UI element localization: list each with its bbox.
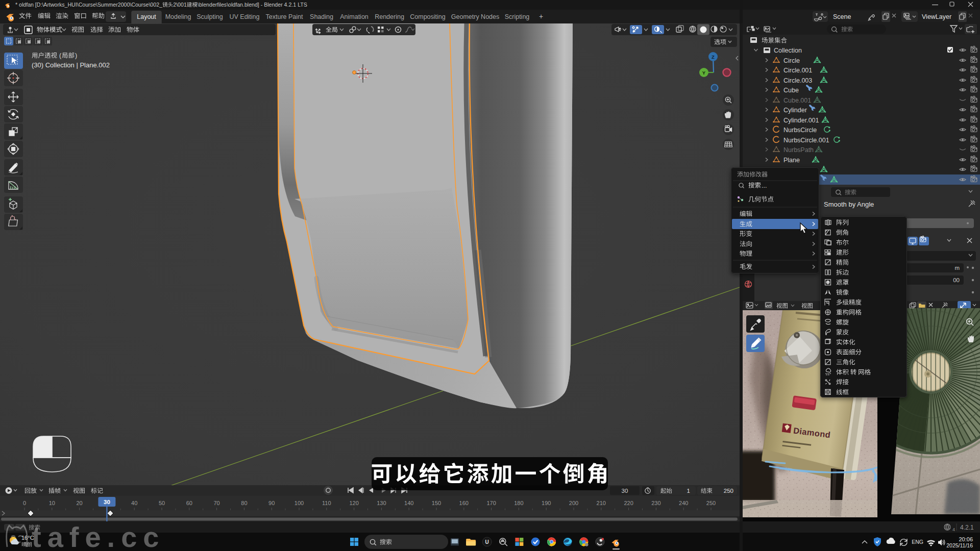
svg-text:(30) Collection | Plane.002: (30) Collection | Plane.002 bbox=[32, 61, 110, 69]
svg-text:180: 180 bbox=[514, 500, 523, 506]
svg-text:\blenderfiles\oldfan.blend] -: \blenderfiles\oldfan.blend] - Blender 4.… bbox=[198, 2, 307, 8]
svg-text:ENG: ENG bbox=[912, 539, 923, 545]
svg-text:00: 00 bbox=[953, 277, 960, 283]
svg-text:Z: Z bbox=[712, 54, 715, 60]
svg-text:30: 30 bbox=[104, 499, 110, 505]
svg-text:140: 140 bbox=[404, 500, 413, 506]
svg-text:220: 220 bbox=[624, 500, 633, 506]
svg-text:30: 30 bbox=[622, 488, 628, 494]
svg-text:Scripting: Scripting bbox=[505, 13, 530, 20]
svg-text:20: 20 bbox=[76, 500, 82, 506]
svg-text:20:06: 20:06 bbox=[959, 536, 973, 542]
svg-text:Texture Paint: Texture Paint bbox=[266, 13, 303, 20]
svg-text:Scene: Scene bbox=[833, 13, 851, 20]
svg-text:230: 230 bbox=[651, 500, 660, 506]
svg-text:Cube: Cube bbox=[783, 87, 799, 94]
svg-text:Modeling: Modeling bbox=[165, 13, 191, 20]
svg-text:Plane: Plane bbox=[783, 157, 800, 164]
svg-text:10: 10 bbox=[49, 500, 55, 506]
svg-text:Animation: Animation bbox=[340, 13, 369, 20]
svg-text:Compositing: Compositing bbox=[410, 13, 446, 20]
svg-text:m: m bbox=[954, 265, 960, 271]
svg-text:0: 0 bbox=[23, 500, 26, 506]
svg-text:240: 240 bbox=[679, 500, 688, 506]
svg-text:U: U bbox=[485, 539, 489, 545]
svg-text:Cylinder: Cylinder bbox=[783, 107, 807, 114]
svg-text:2\001: 2\001 bbox=[173, 2, 187, 8]
svg-text:NurbsCircle: NurbsCircle bbox=[783, 127, 817, 134]
svg-text:+: + bbox=[539, 12, 543, 20]
svg-text:190: 190 bbox=[542, 500, 551, 506]
svg-text:40: 40 bbox=[131, 500, 137, 506]
svg-text:Collection: Collection bbox=[774, 47, 802, 54]
svg-text:2025/11/16: 2025/11/16 bbox=[946, 542, 973, 548]
svg-text:120: 120 bbox=[349, 500, 358, 506]
svg-text:* oldfan [D:\Artworks_HUI\Cour: * oldfan [D:\Artworks_HUI\Course\Summer2… bbox=[15, 2, 163, 8]
svg-text:Shading: Shading bbox=[310, 13, 333, 20]
svg-text:150: 150 bbox=[432, 500, 441, 506]
svg-text:Circle.001: Circle.001 bbox=[783, 67, 812, 74]
svg-text:Y: Y bbox=[702, 70, 706, 76]
svg-text:130: 130 bbox=[377, 500, 386, 506]
svg-text:Smooth by Angle: Smooth by Angle bbox=[824, 201, 874, 208]
svg-text:80: 80 bbox=[241, 500, 247, 506]
svg-text:Cube.001: Cube.001 bbox=[783, 97, 811, 104]
svg-text:Cylinder.001: Cylinder.001 bbox=[783, 117, 819, 124]
svg-text:4: 4 bbox=[952, 527, 955, 532]
svg-text:1: 1 bbox=[687, 488, 690, 494]
svg-text:90: 90 bbox=[268, 500, 275, 506]
svg-text:Circle.003: Circle.003 bbox=[783, 77, 812, 84]
svg-text:200: 200 bbox=[569, 500, 578, 506]
svg-text:Circle: Circle bbox=[783, 57, 800, 64]
svg-text:Sculpting: Sculpting bbox=[197, 13, 223, 20]
svg-text:...: ... bbox=[762, 182, 767, 189]
svg-text:UV Editing: UV Editing bbox=[229, 13, 259, 20]
svg-text:): ) bbox=[75, 52, 77, 59]
svg-text:70: 70 bbox=[213, 500, 219, 506]
svg-text:110: 110 bbox=[322, 500, 331, 506]
svg-text:100: 100 bbox=[295, 500, 304, 506]
svg-text:NurbsCircle.001: NurbsCircle.001 bbox=[783, 137, 829, 144]
svg-text:NurbsPath: NurbsPath bbox=[783, 146, 814, 154]
svg-text:4.2.1: 4.2.1 bbox=[960, 524, 974, 531]
svg-text:250: 250 bbox=[706, 500, 716, 506]
svg-text:170: 170 bbox=[486, 500, 496, 506]
svg-text:60: 60 bbox=[186, 500, 192, 506]
svg-text:Layout: Layout bbox=[137, 13, 156, 20]
svg-text:160: 160 bbox=[459, 500, 469, 506]
svg-text:ViewLayer: ViewLayer bbox=[922, 13, 951, 20]
svg-text:Geometry Nodes: Geometry Nodes bbox=[451, 13, 499, 20]
svg-text:50: 50 bbox=[159, 500, 165, 506]
svg-text:250: 250 bbox=[724, 488, 733, 494]
svg-text:210: 210 bbox=[597, 500, 606, 506]
svg-text:tafe.cc: tafe.cc bbox=[32, 521, 165, 551]
svg-text:Rendering: Rendering bbox=[375, 13, 404, 20]
